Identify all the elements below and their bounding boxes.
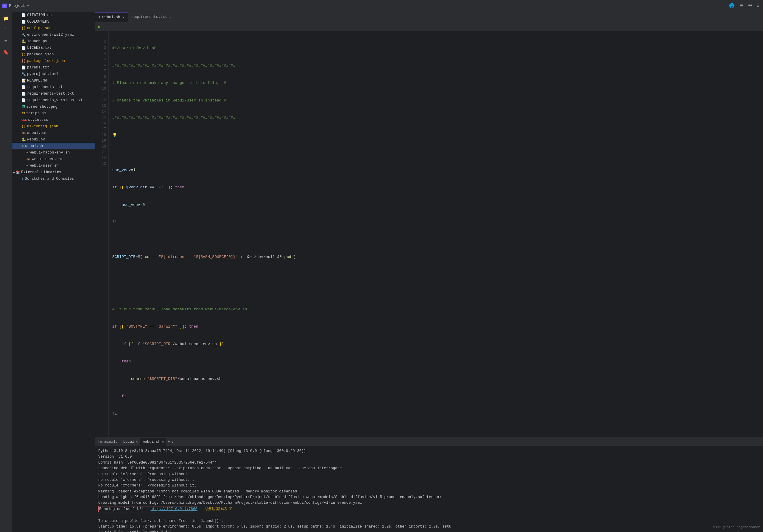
file-icon-webui-py: 🐍 bbox=[22, 137, 26, 142]
code-line-13: SCRIPT_DIR=$( cd -- "$( dirname -- "${BA… bbox=[112, 254, 761, 260]
file-icon-webui-sh: ● bbox=[22, 144, 24, 148]
tree-item-webui-sh[interactable]: ● webui.sh bbox=[12, 143, 95, 149]
sidebar-commit-icon[interactable]: ↑ bbox=[1, 24, 11, 35]
tab-webui-sh[interactable]: ● webui.sh ✕ bbox=[95, 12, 128, 22]
file-icon-package: {} bbox=[22, 52, 26, 56]
code-line-3: # Please do not make any changes to this… bbox=[112, 80, 761, 86]
tab-close-sh[interactable]: ✕ bbox=[122, 15, 125, 20]
terminal-line-blank bbox=[98, 512, 760, 518]
terminal-tab-local-label: Local bbox=[123, 440, 135, 444]
code-line-19: then bbox=[112, 359, 761, 365]
file-icon-launch: 🐍 bbox=[22, 39, 26, 44]
running-label: Running on local URL: bbox=[99, 507, 146, 511]
code-line-1: #!/usr/bin/env bash bbox=[112, 45, 761, 51]
tree-item-requirements-versions[interactable]: 📄 requirements_versions.txt bbox=[12, 97, 95, 104]
tab-close-req[interactable]: ✕ bbox=[169, 15, 172, 19]
terminal-tab-webui-close[interactable]: ✕ bbox=[162, 440, 164, 444]
terminal-line-4: Launching Web UI with arguments: --skip-… bbox=[98, 466, 760, 471]
terminal-tab-local[interactable]: Local ✕ bbox=[121, 438, 140, 446]
tree-item-pyproject[interactable]: 🔧 pyproject.toml bbox=[12, 71, 95, 77]
tree-item-package-lock[interactable]: {} package-lock.json bbox=[12, 58, 95, 64]
code-line-7 bbox=[112, 150, 761, 156]
tree-item-webui-user-sh[interactable]: ● webui-user.sh bbox=[12, 162, 95, 169]
project-label: Project bbox=[9, 4, 25, 8]
file-icon-webui-bat: 🦇 bbox=[22, 131, 26, 135]
code-line-17: if [[ "$OSTYPE" == "darwin"* ]]; then bbox=[112, 324, 761, 330]
tree-item-readme[interactable]: 📝 README.md bbox=[12, 77, 95, 84]
run-button[interactable]: ▶ bbox=[98, 24, 101, 30]
terminal-tab-bar: Terminal: Local ✕ webui.sh ✕ + ∨ bbox=[95, 437, 763, 447]
editor-area: ● webui.sh ✕ requirements.txt ✕ ▶ 1 2 3 … bbox=[95, 12, 763, 532]
tree-item-config-json[interactable]: {} config.json bbox=[12, 25, 95, 32]
terminal-line-share: To create a public link, set `share=True… bbox=[98, 518, 760, 524]
code-editor: 1 2 3 4 5 6 7 8 9 10 11 12 13 14 15 16 1… bbox=[95, 31, 763, 437]
code-line-6: 💡 bbox=[112, 133, 761, 138]
code-line-8: use_venv=1 bbox=[112, 167, 761, 173]
file-tree: 📄 CITATION.ch 📄 CODEOWNERS {} config.jso… bbox=[12, 12, 95, 532]
tree-item-license[interactable]: 📄 LICENSE.txt bbox=[12, 44, 95, 51]
sidebar-project-icon[interactable]: 📁 bbox=[1, 13, 11, 24]
tree-item-style-css[interactable]: CSS style.css bbox=[12, 117, 95, 123]
tree-item-requirements[interactable]: 📄 requirements.txt bbox=[12, 84, 95, 90]
file-icon-citation: 📄 bbox=[22, 13, 26, 18]
file-icon-config: {} bbox=[22, 26, 26, 30]
tree-item-scratches[interactable]: ✦ Scratches and Consoles bbox=[12, 176, 95, 182]
sidebar-bookmark-icon[interactable]: 🔖 bbox=[1, 47, 11, 58]
top-bar: P Project ▾ 🌐 ☰ ☷ ⚙ bbox=[0, 0, 763, 12]
tree-item-params[interactable]: 📄 params.txt bbox=[12, 64, 95, 71]
terminal-container: Terminal: Local ✕ webui.sh ✕ + ∨ Python … bbox=[95, 437, 763, 532]
terminal-line-startup1: Startup time: 15.5s (prepare environment… bbox=[98, 524, 760, 530]
library-icon: 📚 bbox=[16, 170, 20, 175]
terminal-tab-webui-sh[interactable]: webui.sh ✕ bbox=[140, 438, 166, 446]
running-url[interactable]: http://127.0.0.1:7860 bbox=[151, 507, 198, 511]
tree-item-screenshot[interactable]: 🖼 screenshot.png bbox=[12, 104, 95, 110]
list-icon[interactable]: ☰ bbox=[738, 2, 744, 9]
terminal-line-startup2: te ui: 0.9s, gradio launch: 0.5s). bbox=[98, 530, 760, 532]
file-icon-params: 📄 bbox=[22, 65, 26, 70]
code-line-14 bbox=[112, 272, 761, 278]
tree-item-ui-config[interactable]: {} ui-config.json bbox=[12, 123, 95, 130]
tab-icon-sh: ● bbox=[98, 15, 101, 19]
code-line-4: # change the variables in webui-user.sh … bbox=[112, 98, 761, 104]
tree-item-codeowners[interactable]: 📄 CODEOWNERS bbox=[12, 19, 95, 25]
file-icon-webui-macos: ● bbox=[26, 150, 28, 155]
file-icon-requirements-versions: 📄 bbox=[22, 98, 26, 103]
terminal-chevron-down[interactable]: ∨ bbox=[171, 439, 173, 444]
settings-icon[interactable]: ⚙ bbox=[756, 2, 761, 9]
code-content: #!/usr/bin/env bash ####################… bbox=[109, 31, 763, 437]
sidebar-pullrequest-icon[interactable]: ⇄ bbox=[1, 36, 11, 46]
tab-label-sh: webui.sh bbox=[102, 15, 120, 19]
external-libraries-label: External Libraries bbox=[21, 170, 61, 174]
code-line-9: if [[ $venv_dir == "-" ]]; then bbox=[112, 185, 761, 190]
terminal-line-5: no module 'xformers'. Processing without… bbox=[98, 472, 760, 477]
tree-item-webui-user-bat[interactable]: 🦇 webui-user.bat bbox=[12, 156, 95, 162]
terminal-tab-webui-label: webui.sh bbox=[143, 440, 161, 444]
project-dropdown-icon[interactable]: ▾ bbox=[27, 4, 30, 8]
grid-icon[interactable]: ☷ bbox=[747, 2, 753, 9]
tree-item-environment-wsl2[interactable]: 🔧 environment-wsl2.yaml bbox=[12, 32, 95, 38]
tab-requirements[interactable]: requirements.txt ✕ bbox=[128, 12, 175, 22]
code-line-20: source "$SCRIPT_DIR"/webui-macos-env.sh bbox=[112, 376, 761, 382]
file-icon-requirements: 📄 bbox=[22, 85, 26, 90]
tree-item-webui-macos-env[interactable]: ● webui-macos-env.sh bbox=[12, 149, 95, 156]
external-libraries-header[interactable]: ▶ 📚 External Libraries bbox=[12, 169, 95, 176]
scratches-label: Scratches and Consoles bbox=[25, 177, 74, 181]
annotation-text: 说明启动成功了 bbox=[205, 507, 232, 511]
code-line-5: ########################################… bbox=[112, 115, 761, 121]
code-line-15 bbox=[112, 289, 761, 295]
code-line-16: # If run from macOS, load defaults from … bbox=[112, 307, 761, 312]
file-icon-style: CSS bbox=[22, 119, 27, 122]
tree-item-citation[interactable]: 📄 CITATION.ch bbox=[12, 12, 95, 19]
terminal-add-button[interactable]: + bbox=[167, 439, 170, 445]
tree-item-requirements-test[interactable]: 📄 requirements-test.txt bbox=[12, 90, 95, 97]
tree-item-package-json[interactable]: {} package.json bbox=[12, 51, 95, 58]
code-line-23 bbox=[112, 428, 761, 434]
code-line-11: fi bbox=[112, 219, 761, 225]
globe-icon[interactable]: 🌐 bbox=[728, 2, 736, 9]
tree-item-launch-py[interactable]: 🐍 launch.py bbox=[12, 38, 95, 44]
terminal-tab-local-close[interactable]: ✕ bbox=[136, 440, 138, 444]
tree-item-webui-py[interactable]: 🐍 webui.py bbox=[12, 136, 95, 143]
tree-item-script-js[interactable]: JS script.js bbox=[12, 110, 95, 117]
tree-item-webui-bat[interactable]: 🦇 webui.bat bbox=[12, 130, 95, 136]
main-area: 📁 ↑ ⇄ 🔖 📄 CITATION.ch 📄 CODEOWNERS {} co… bbox=[0, 12, 763, 532]
